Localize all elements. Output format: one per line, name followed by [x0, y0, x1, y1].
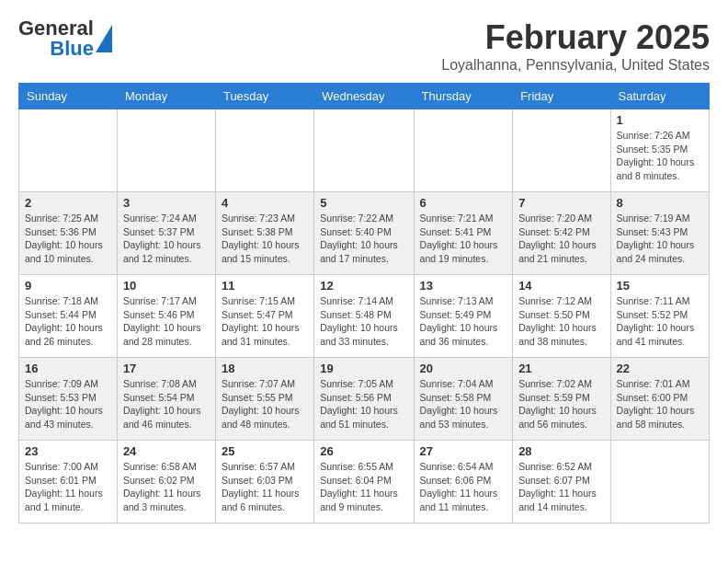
day-number: 10 — [123, 279, 210, 293]
table-row: 5Sunrise: 7:22 AM Sunset: 5:40 PM Daylig… — [314, 192, 414, 275]
table-row: 16Sunrise: 7:09 AM Sunset: 5:53 PM Dayli… — [19, 358, 118, 441]
table-row — [215, 109, 313, 192]
table-row: 24Sunrise: 6:58 AM Sunset: 6:02 PM Dayli… — [117, 441, 215, 523]
table-row — [19, 109, 118, 192]
table-row: 3Sunrise: 7:24 AM Sunset: 5:37 PM Daylig… — [117, 192, 215, 275]
day-number: 13 — [420, 279, 507, 293]
day-info: Sunrise: 7:22 AM Sunset: 5:40 PM Dayligh… — [320, 212, 407, 266]
day-number: 1 — [617, 113, 703, 127]
day-info: Sunrise: 7:12 AM Sunset: 5:50 PM Dayligh… — [518, 294, 604, 349]
day-number: 16 — [25, 362, 111, 375]
day-number: 20 — [420, 362, 507, 375]
calendar-week-row: 1Sunrise: 7:26 AM Sunset: 5:35 PM Daylig… — [19, 109, 710, 192]
table-row: 9Sunrise: 7:18 AM Sunset: 5:44 PM Daylig… — [19, 275, 118, 358]
calendar-header-row: Sunday Monday Tuesday Wednesday Thursday… — [19, 84, 710, 109]
logo-blue: Blue — [50, 39, 94, 59]
calendar-week-row: 23Sunrise: 7:00 AM Sunset: 6:01 PM Dayli… — [19, 441, 710, 523]
day-number: 3 — [123, 196, 210, 210]
day-info: Sunrise: 7:18 AM Sunset: 5:44 PM Dayligh… — [25, 294, 111, 349]
day-number: 8 — [617, 196, 703, 210]
svg-marker-0 — [96, 25, 112, 52]
day-info: Sunrise: 6:54 AM Sunset: 6:06 PM Dayligh… — [420, 460, 507, 514]
table-row: 22Sunrise: 7:01 AM Sunset: 6:00 PM Dayli… — [610, 358, 709, 441]
table-row: 27Sunrise: 6:54 AM Sunset: 6:06 PM Dayli… — [414, 441, 513, 523]
calendar-week-row: 16Sunrise: 7:09 AM Sunset: 5:53 PM Dayli… — [19, 358, 710, 441]
table-row — [610, 441, 709, 523]
day-info: Sunrise: 7:23 AM Sunset: 5:38 PM Dayligh… — [222, 212, 308, 266]
day-info: Sunrise: 6:58 AM Sunset: 6:02 PM Dayligh… — [123, 460, 210, 514]
day-info: Sunrise: 7:15 AM Sunset: 5:47 PM Dayligh… — [222, 294, 308, 349]
day-number: 28 — [518, 444, 604, 458]
day-number: 23 — [25, 444, 111, 458]
day-number: 26 — [320, 444, 407, 458]
day-number: 14 — [518, 279, 604, 293]
table-row: 28Sunrise: 6:52 AM Sunset: 6:07 PM Dayli… — [513, 441, 610, 523]
day-number: 2 — [25, 196, 111, 210]
col-sunday: Sunday — [19, 84, 118, 109]
table-row: 13Sunrise: 7:13 AM Sunset: 5:49 PM Dayli… — [414, 275, 513, 358]
calendar: Sunday Monday Tuesday Wednesday Thursday… — [18, 83, 710, 523]
table-row: 6Sunrise: 7:21 AM Sunset: 5:41 PM Daylig… — [414, 192, 513, 275]
table-row: 14Sunrise: 7:12 AM Sunset: 5:50 PM Dayli… — [513, 275, 610, 358]
logo-triangle-icon — [96, 25, 112, 52]
day-info: Sunrise: 6:57 AM Sunset: 6:03 PM Dayligh… — [222, 460, 308, 514]
day-number: 19 — [320, 362, 407, 375]
logo: General Blue — [18, 18, 112, 59]
day-info: Sunrise: 6:55 AM Sunset: 6:04 PM Dayligh… — [320, 460, 407, 514]
day-info: Sunrise: 7:17 AM Sunset: 5:46 PM Dayligh… — [123, 294, 210, 349]
table-row — [414, 109, 513, 192]
day-info: Sunrise: 7:04 AM Sunset: 5:58 PM Dayligh… — [420, 377, 507, 431]
day-info: Sunrise: 7:11 AM Sunset: 5:52 PM Dayligh… — [617, 294, 703, 349]
day-number: 17 — [123, 362, 210, 375]
table-row: 20Sunrise: 7:04 AM Sunset: 5:58 PM Dayli… — [414, 358, 513, 441]
title-area: February 2025 Loyalhanna, Pennsylvania, … — [441, 18, 710, 74]
table-row: 11Sunrise: 7:15 AM Sunset: 5:47 PM Dayli… — [215, 275, 313, 358]
day-number: 12 — [320, 279, 407, 293]
day-info: Sunrise: 7:01 AM Sunset: 6:00 PM Dayligh… — [617, 377, 703, 431]
table-row — [513, 109, 610, 192]
day-info: Sunrise: 7:20 AM Sunset: 5:42 PM Dayligh… — [518, 212, 604, 266]
day-number: 18 — [222, 362, 308, 375]
col-tuesday: Tuesday — [215, 84, 313, 109]
page-header: General Blue February 2025 Loyalhanna, P… — [18, 18, 710, 74]
day-info: Sunrise: 7:08 AM Sunset: 5:54 PM Dayligh… — [123, 377, 210, 431]
table-row: 21Sunrise: 7:02 AM Sunset: 5:59 PM Dayli… — [513, 358, 610, 441]
day-number: 7 — [518, 196, 604, 210]
day-info: Sunrise: 7:25 AM Sunset: 5:36 PM Dayligh… — [25, 212, 111, 266]
day-info: Sunrise: 7:05 AM Sunset: 5:56 PM Dayligh… — [320, 377, 407, 431]
day-number: 15 — [617, 279, 703, 293]
day-info: Sunrise: 7:14 AM Sunset: 5:48 PM Dayligh… — [320, 294, 407, 349]
table-row — [117, 109, 215, 192]
day-info: Sunrise: 7:19 AM Sunset: 5:43 PM Dayligh… — [617, 212, 703, 266]
table-row: 15Sunrise: 7:11 AM Sunset: 5:52 PM Dayli… — [610, 275, 709, 358]
day-info: Sunrise: 7:13 AM Sunset: 5:49 PM Dayligh… — [420, 294, 507, 349]
logo-general: General — [18, 18, 94, 39]
table-row: 7Sunrise: 7:20 AM Sunset: 5:42 PM Daylig… — [513, 192, 610, 275]
table-row — [314, 109, 414, 192]
day-info: Sunrise: 7:26 AM Sunset: 5:35 PM Dayligh… — [617, 129, 703, 183]
table-row: 2Sunrise: 7:25 AM Sunset: 5:36 PM Daylig… — [19, 192, 118, 275]
calendar-week-row: 2Sunrise: 7:25 AM Sunset: 5:36 PM Daylig… — [19, 192, 710, 275]
col-friday: Friday — [513, 84, 610, 109]
table-row: 26Sunrise: 6:55 AM Sunset: 6:04 PM Dayli… — [314, 441, 414, 523]
col-saturday: Saturday — [610, 84, 709, 109]
table-row: 19Sunrise: 7:05 AM Sunset: 5:56 PM Dayli… — [314, 358, 414, 441]
table-row: 17Sunrise: 7:08 AM Sunset: 5:54 PM Dayli… — [117, 358, 215, 441]
day-number: 5 — [320, 196, 407, 210]
day-number: 4 — [222, 196, 308, 210]
month-title: February 2025 — [441, 18, 710, 57]
calendar-week-row: 9Sunrise: 7:18 AM Sunset: 5:44 PM Daylig… — [19, 275, 710, 358]
table-row: 18Sunrise: 7:07 AM Sunset: 5:55 PM Dayli… — [215, 358, 313, 441]
day-number: 24 — [123, 444, 210, 458]
table-row: 12Sunrise: 7:14 AM Sunset: 5:48 PM Dayli… — [314, 275, 414, 358]
day-info: Sunrise: 6:52 AM Sunset: 6:07 PM Dayligh… — [518, 460, 604, 514]
table-row: 8Sunrise: 7:19 AM Sunset: 5:43 PM Daylig… — [610, 192, 709, 275]
day-info: Sunrise: 7:24 AM Sunset: 5:37 PM Dayligh… — [123, 212, 210, 266]
col-thursday: Thursday — [414, 84, 513, 109]
day-info: Sunrise: 7:09 AM Sunset: 5:53 PM Dayligh… — [25, 377, 111, 431]
table-row: 25Sunrise: 6:57 AM Sunset: 6:03 PM Dayli… — [215, 441, 313, 523]
day-info: Sunrise: 7:02 AM Sunset: 5:59 PM Dayligh… — [518, 377, 604, 431]
day-info: Sunrise: 7:00 AM Sunset: 6:01 PM Dayligh… — [25, 460, 111, 514]
day-number: 21 — [518, 362, 604, 375]
location: Loyalhanna, Pennsylvania, United States — [441, 57, 710, 74]
